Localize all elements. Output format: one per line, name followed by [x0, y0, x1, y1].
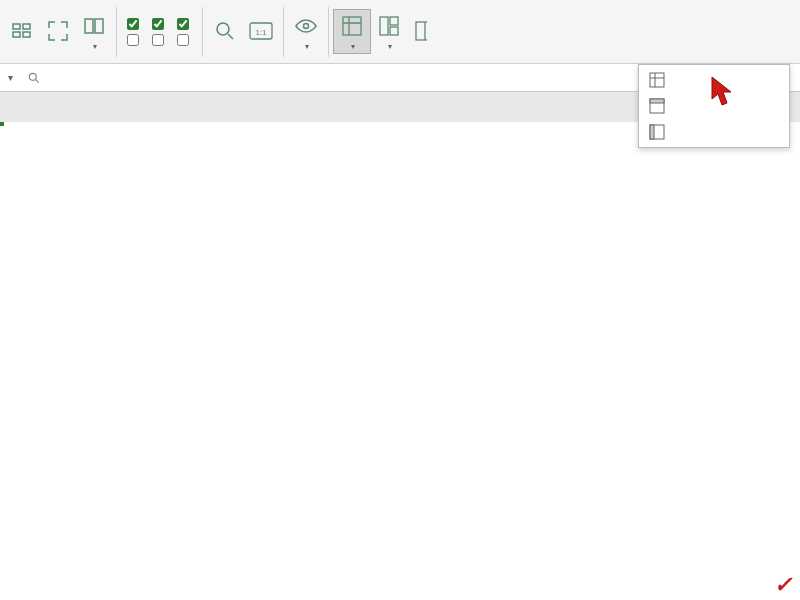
- freeze-panes-button[interactable]: ▾: [333, 9, 371, 54]
- check-icon: ✓: [774, 572, 792, 597]
- view-options-group: [121, 14, 198, 50]
- svg-rect-10: [390, 17, 398, 25]
- eye-icon: [292, 12, 320, 40]
- svg-rect-3: [23, 32, 30, 37]
- checkbox-headings[interactable]: [177, 18, 192, 30]
- separator: [328, 7, 329, 57]
- name-box-dropdown[interactable]: ▾: [8, 72, 13, 83]
- active-cell-border: [0, 122, 4, 126]
- custom-view-button[interactable]: [4, 15, 40, 49]
- svg-point-4: [217, 23, 229, 35]
- svg-rect-0: [13, 24, 20, 29]
- hundred-icon: 1:1: [247, 17, 275, 45]
- svg-point-13: [29, 73, 36, 80]
- menu-unfreeze-panes[interactable]: [639, 67, 789, 93]
- separator: [116, 7, 117, 57]
- fullscreen-icon: [44, 17, 72, 45]
- watermark: ✓: [774, 572, 792, 594]
- checkbox-gridlines[interactable]: [152, 18, 167, 30]
- checkbox-print-gridlines[interactable]: [152, 34, 167, 46]
- split-icon: [411, 17, 427, 45]
- arrange-windows-button[interactable]: ▾: [371, 10, 407, 53]
- chevron-down-icon: ▾: [388, 42, 392, 51]
- unfreeze-icon: [649, 72, 665, 88]
- custom-view-icon: [8, 17, 36, 45]
- zoom-icon: [211, 17, 239, 45]
- checkbox-print-headings[interactable]: [177, 34, 192, 46]
- chevron-down-icon: ▾: [305, 42, 309, 51]
- checkbox-task-pane[interactable]: [127, 34, 142, 46]
- menu-freeze-first-column[interactable]: [639, 119, 789, 145]
- zoom-button[interactable]: [207, 15, 243, 49]
- read-mode-icon: [80, 12, 108, 40]
- checkbox-formula-bar[interactable]: [127, 18, 142, 30]
- svg-rect-18: [650, 125, 654, 139]
- separator: [283, 7, 284, 57]
- search-icon[interactable]: [27, 71, 41, 85]
- chevron-down-icon: ▾: [351, 42, 355, 51]
- svg-point-7: [304, 24, 309, 29]
- svg-rect-2: [23, 24, 30, 29]
- hundred-percent-button[interactable]: 1:1: [243, 15, 279, 49]
- fullscreen-button[interactable]: [40, 15, 76, 49]
- freeze-row-icon: [649, 98, 665, 114]
- ribbon-toolbar: ▾ 1:1 ▾: [0, 0, 800, 64]
- svg-rect-14: [650, 73, 664, 87]
- eye-care-button[interactable]: ▾: [288, 10, 324, 53]
- freeze-col-icon: [649, 124, 665, 140]
- chevron-down-icon: ▾: [93, 42, 97, 51]
- separator: [202, 7, 203, 57]
- freeze-panes-dropdown: [638, 64, 790, 148]
- svg-rect-16: [650, 99, 664, 103]
- svg-rect-9: [380, 17, 388, 35]
- menu-freeze-top-row[interactable]: [639, 93, 789, 119]
- svg-text:1:1: 1:1: [255, 28, 267, 37]
- svg-rect-8: [343, 17, 361, 35]
- split-window-button[interactable]: [407, 15, 427, 49]
- arrange-icon: [375, 12, 403, 40]
- freeze-panes-icon: [338, 12, 366, 40]
- read-mode-button[interactable]: ▾: [76, 10, 112, 53]
- svg-rect-1: [13, 32, 20, 37]
- svg-rect-11: [390, 27, 398, 35]
